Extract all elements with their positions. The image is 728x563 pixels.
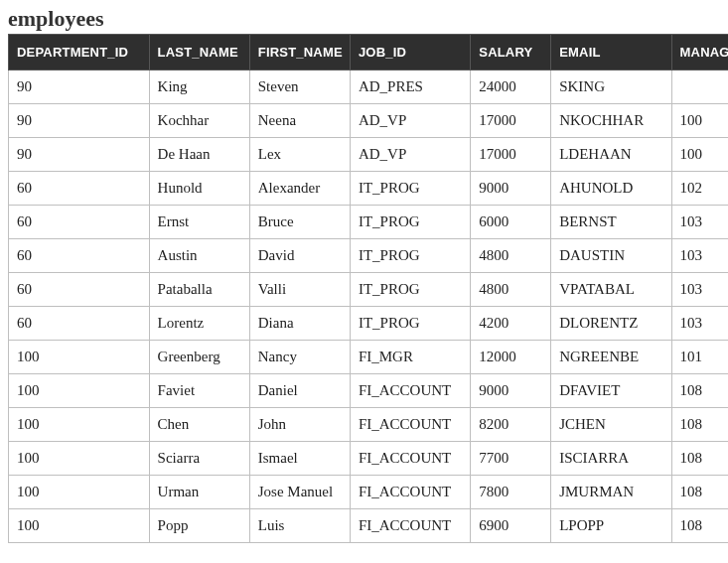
cell-last_name: Sciarra <box>149 442 249 476</box>
cell-first_name: Bruce <box>249 206 350 239</box>
cell-email: DAUSTIN <box>551 239 671 273</box>
cell-department_id: 100 <box>9 374 150 408</box>
cell-email: ISCIARRA <box>551 442 671 476</box>
cell-salary: 9000 <box>471 374 551 408</box>
cell-email: VPATABAL <box>551 273 671 307</box>
cell-department_id: 100 <box>9 476 150 509</box>
cell-first_name: John <box>249 408 350 442</box>
column-header-first_name[interactable]: FIRST_NAME <box>249 35 350 70</box>
table-row[interactable]: 60ErnstBruceIT_PROG6000BERNST103 <box>9 206 729 239</box>
cell-department_id: 60 <box>9 172 150 206</box>
cell-manager_id: 108 <box>671 509 728 543</box>
table-row[interactable]: 90De HaanLexAD_VP17000LDEHAAN100 <box>9 138 729 172</box>
table-row[interactable]: 100UrmanJose ManuelFI_ACCOUNT7800JMURMAN… <box>9 476 729 509</box>
cell-manager_id: 103 <box>671 307 728 341</box>
table-row[interactable]: 90KingStevenAD_PRES24000SKING <box>9 70 729 104</box>
cell-first_name: Daniel <box>249 374 350 408</box>
cell-job_id: FI_ACCOUNT <box>350 442 470 476</box>
cell-email: LDEHAAN <box>551 138 671 172</box>
column-header-email[interactable]: EMAIL <box>551 35 671 70</box>
cell-job_id: FI_MGR <box>350 341 470 374</box>
cell-department_id: 90 <box>9 70 150 104</box>
cell-last_name: Ernst <box>149 206 249 239</box>
table-row[interactable]: 90KochharNeenaAD_VP17000NKOCHHAR100 <box>9 104 729 138</box>
cell-salary: 4200 <box>471 307 551 341</box>
cell-salary: 9000 <box>471 172 551 206</box>
cell-salary: 4800 <box>471 239 551 273</box>
cell-salary: 6900 <box>471 509 551 543</box>
cell-job_id: FI_ACCOUNT <box>350 476 470 509</box>
cell-salary: 7700 <box>471 442 551 476</box>
cell-last_name: Austin <box>149 239 249 273</box>
cell-department_id: 60 <box>9 307 150 341</box>
cell-first_name: Alexander <box>249 172 350 206</box>
cell-email: LPOPP <box>551 509 671 543</box>
table-row[interactable]: 60HunoldAlexanderIT_PROG9000AHUNOLD102 <box>9 172 729 206</box>
table-row[interactable]: 60AustinDavidIT_PROG4800DAUSTIN103 <box>9 239 729 273</box>
cell-department_id: 100 <box>9 442 150 476</box>
cell-first_name: Diana <box>249 307 350 341</box>
cell-salary: 12000 <box>471 341 551 374</box>
cell-job_id: IT_PROG <box>350 206 470 239</box>
cell-email: BERNST <box>551 206 671 239</box>
cell-last_name: Kochhar <box>149 104 249 138</box>
cell-salary: 17000 <box>471 104 551 138</box>
cell-first_name: Lex <box>249 138 350 172</box>
cell-manager_id: 103 <box>671 273 728 307</box>
cell-salary: 8200 <box>471 408 551 442</box>
cell-salary: 7800 <box>471 476 551 509</box>
column-header-job_id[interactable]: JOB_ID <box>350 35 470 70</box>
cell-email: AHUNOLD <box>551 172 671 206</box>
cell-email: NKOCHHAR <box>551 104 671 138</box>
cell-first_name: Valli <box>249 273 350 307</box>
cell-department_id: 100 <box>9 408 150 442</box>
table-row[interactable]: 100SciarraIsmaelFI_ACCOUNT7700ISCIARRA10… <box>9 442 729 476</box>
cell-manager_id: 103 <box>671 239 728 273</box>
cell-last_name: Chen <box>149 408 249 442</box>
cell-job_id: IT_PROG <box>350 307 470 341</box>
table-header-row: DEPARTMENT_IDLAST_NAMEFIRST_NAMEJOB_IDSA… <box>9 35 729 70</box>
cell-department_id: 100 <box>9 341 150 374</box>
cell-manager_id: 101 <box>671 341 728 374</box>
cell-department_id: 90 <box>9 104 150 138</box>
cell-department_id: 60 <box>9 239 150 273</box>
cell-manager_id: 100 <box>671 138 728 172</box>
column-header-salary[interactable]: SALARY <box>471 35 551 70</box>
cell-first_name: Jose Manuel <box>249 476 350 509</box>
cell-manager_id: 108 <box>671 476 728 509</box>
cell-job_id: FI_ACCOUNT <box>350 408 470 442</box>
cell-email: JMURMAN <box>551 476 671 509</box>
cell-department_id: 60 <box>9 273 150 307</box>
cell-salary: 6000 <box>471 206 551 239</box>
cell-last_name: Lorentz <box>149 307 249 341</box>
cell-email: JCHEN <box>551 408 671 442</box>
cell-first_name: Nancy <box>249 341 350 374</box>
cell-last_name: Popp <box>149 509 249 543</box>
cell-salary: 24000 <box>471 70 551 104</box>
cell-first_name: Neena <box>249 104 350 138</box>
cell-last_name: Pataballa <box>149 273 249 307</box>
cell-salary: 17000 <box>471 138 551 172</box>
column-header-last_name[interactable]: LAST_NAME <box>149 35 249 70</box>
table-row[interactable]: 100GreenbergNancyFI_MGR12000NGREENBE101 <box>9 341 729 374</box>
column-header-manager_id[interactable]: MANAGER_ID <box>671 35 728 70</box>
cell-first_name: Ismael <box>249 442 350 476</box>
table-row[interactable]: 60LorentzDianaIT_PROG4200DLORENTZ103 <box>9 307 729 341</box>
table-row[interactable]: 100PoppLuisFI_ACCOUNT6900LPOPP108 <box>9 509 729 543</box>
cell-job_id: FI_ACCOUNT <box>350 374 470 408</box>
page-title: employees <box>8 6 720 32</box>
cell-job_id: AD_VP <box>350 104 470 138</box>
cell-job_id: AD_VP <box>350 138 470 172</box>
cell-email: DLORENTZ <box>551 307 671 341</box>
cell-job_id: IT_PROG <box>350 239 470 273</box>
cell-first_name: Steven <box>249 70 350 104</box>
cell-department_id: 100 <box>9 509 150 543</box>
column-header-department_id[interactable]: DEPARTMENT_ID <box>9 35 150 70</box>
cell-first_name: David <box>249 239 350 273</box>
cell-last_name: King <box>149 70 249 104</box>
table-row[interactable]: 60PataballaValliIT_PROG4800VPATABAL103 <box>9 273 729 307</box>
table-row[interactable]: 100FavietDanielFI_ACCOUNT9000DFAVIET108 <box>9 374 729 408</box>
cell-job_id: FI_ACCOUNT <box>350 509 470 543</box>
scroll-viewport[interactable]: employees DEPARTMENT_IDLAST_NAMEFIRST_NA… <box>0 0 728 563</box>
table-row[interactable]: 100ChenJohnFI_ACCOUNT8200JCHEN108 <box>9 408 729 442</box>
